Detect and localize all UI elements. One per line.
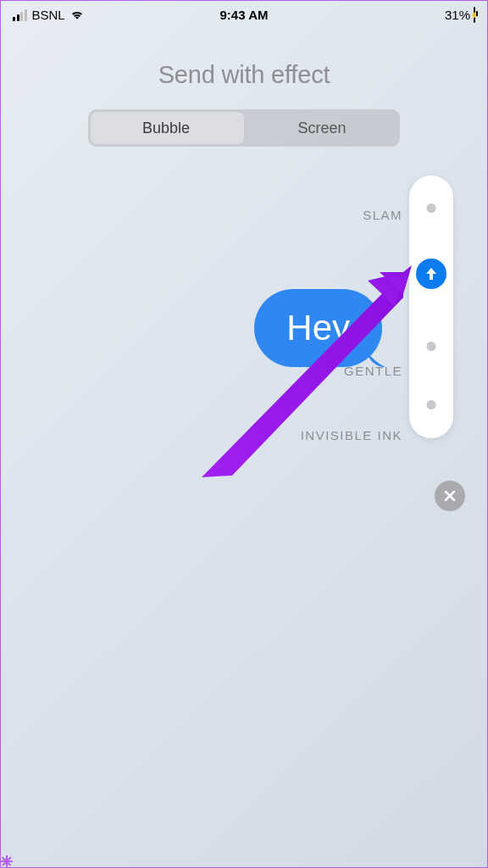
page-title: Send with effect <box>1 61 487 89</box>
effect-label-gentle: GENTLE <box>344 364 402 378</box>
tab-bubble[interactable]: Bubble <box>88 109 244 147</box>
effect-type-segmented[interactable]: Bubble Screen <box>88 109 400 147</box>
status-left: BSNL <box>13 8 84 22</box>
battery-percent: 31% <box>445 8 470 22</box>
wifi-icon <box>70 9 84 21</box>
time-label: 9:43 AM <box>220 8 269 22</box>
cellular-signal-icon <box>13 9 27 21</box>
status-right: 31% ⚡ <box>445 8 475 22</box>
status-bar: BSNL 9:43 AM 31% ⚡ <box>1 1 487 25</box>
star-icon <box>3 857 11 865</box>
carrier-label: BSNL <box>32 8 65 22</box>
effect-label-invisible-ink: INVISIBLE INK <box>301 428 402 442</box>
tab-screen[interactable]: Screen <box>244 109 400 147</box>
battery-icon: ⚡ <box>474 8 475 22</box>
close-button[interactable] <box>435 481 465 511</box>
close-icon <box>443 489 457 503</box>
effect-label-slam: SLAM <box>363 208 402 222</box>
effects-area: SLAM Hey GENTLE INVISIBLE INK <box>55 175 462 460</box>
